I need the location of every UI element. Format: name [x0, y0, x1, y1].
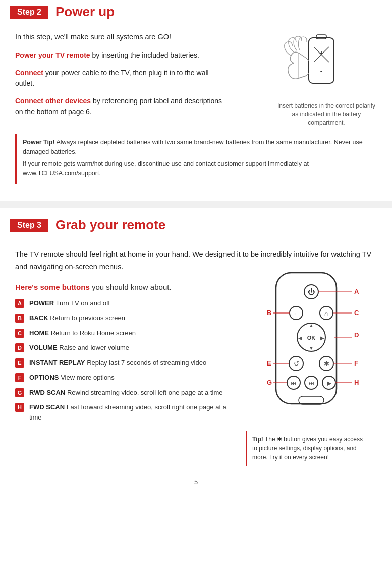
btn-text-A: Turn TV on and off — [56, 299, 110, 307]
step3-section: The TV remote should feel right at home … — [0, 237, 392, 471]
section-divider — [0, 201, 392, 208]
list-item: H FWD SCAN Fast forward streaming video,… — [15, 402, 236, 422]
btn-text-C: Return to Roku Home screen — [51, 329, 136, 337]
svg-text:H: H — [354, 379, 359, 386]
instr2-bold: Connect — [15, 69, 43, 77]
instruction-1: Power your TV remote by inserting the in… — [15, 50, 227, 61]
step2-title: Power up — [55, 4, 115, 20]
btn-key-A: POWER — [29, 299, 54, 307]
step2-text: In this step, we'll make sure all system… — [15, 33, 227, 124]
remote-svg: ⏻ A ← ⌂ B C OK ▲ ▼ — [246, 263, 377, 424]
btn-desc-A: POWER Turn TV on and off — [29, 298, 110, 308]
list-item: G RWD SCAN Rewind streaming video, scrol… — [15, 388, 236, 398]
svg-text:▲: ▲ — [309, 323, 314, 328]
tip1: Power Tip! Always replace depleted batte… — [23, 138, 371, 157]
svg-text:G: G — [267, 379, 272, 386]
list-item: B BACK Return to previous screen — [15, 313, 236, 323]
remote-illustration: ⏻ A ← ⌂ B C OK ▲ ▼ — [246, 263, 377, 466]
instruction-2: Connect your power cable to the TV, then… — [15, 68, 227, 89]
svg-text:F: F — [354, 359, 358, 367]
battery-svg: + - — [278, 33, 374, 98]
tip-bold: Tip! — [252, 436, 263, 443]
battery-caption: Insert batteries in the correct polarity… — [276, 101, 377, 127]
btn-text-D: Raise and lower volume — [59, 344, 129, 351]
battery-illustration: + - Insert batteries in the correct pola… — [276, 33, 377, 127]
svg-text:▶: ▶ — [327, 380, 332, 387]
tip-text: The ✱ button gives you easy access to pi… — [252, 436, 363, 461]
svg-text:←: ← — [293, 310, 299, 317]
step2-section: In this step, we'll make sure all system… — [0, 24, 392, 196]
btn-badge-D: D — [15, 343, 24, 352]
step3-title: Grab your remote — [55, 217, 165, 233]
buttons-section: Here's some buttons you should know abou… — [15, 283, 377, 466]
tip2: If your remote gets warm/hot during use,… — [23, 159, 371, 178]
step2-badge: Step 2 — [10, 6, 48, 19]
btn-key-G: RWD SCAN — [29, 389, 65, 396]
btn-desc-D: VOLUME Raise and lower volume — [29, 343, 129, 353]
btn-key-F: OPTIONS — [29, 374, 59, 381]
btn-desc-F: OPTIONS View more options — [29, 373, 115, 383]
svg-text:▶: ▶ — [320, 335, 324, 341]
page-number: 5 — [0, 471, 392, 490]
instruction-3: Connect other devices by referencing por… — [15, 96, 227, 117]
svg-text:⏭: ⏭ — [308, 380, 314, 387]
list-item: F OPTIONS View more options — [15, 373, 236, 383]
btn-badge-C: C — [15, 329, 24, 338]
btn-badge-A: A — [15, 299, 24, 308]
btn-key-C: HOME — [29, 329, 49, 337]
buttons-list: Here's some buttons you should know abou… — [15, 283, 236, 428]
btn-desc-B: BACK Return to previous screen — [29, 313, 125, 323]
step2-header: Step 2 Power up — [0, 0, 392, 24]
tip-box-right: Tip! The ✱ button gives you easy access … — [246, 431, 372, 466]
svg-text:-: - — [320, 67, 323, 75]
svg-rect-45 — [299, 396, 324, 404]
svg-text:⏮: ⏮ — [291, 380, 297, 387]
btn-badge-H: H — [15, 403, 24, 412]
btn-key-H: FWD SCAN — [29, 403, 65, 411]
btn-text-F: View more options — [61, 374, 115, 381]
btn-badge-E: E — [15, 358, 24, 368]
tip-box: Power Tip! Always replace depleted batte… — [15, 134, 377, 184]
btn-badge-F: F — [15, 373, 24, 382]
step3-header: Step 3 Grab your remote — [0, 213, 392, 237]
svg-text:B: B — [267, 309, 271, 317]
svg-text:⌂: ⌂ — [324, 309, 328, 318]
svg-text:E: E — [267, 359, 271, 367]
svg-text:A: A — [354, 288, 359, 295]
btn-text-B: Return to previous screen — [50, 314, 125, 322]
list-item: A POWER Turn TV on and off — [15, 298, 236, 308]
buttons-header-bold: Here's some buttons — [15, 283, 90, 291]
svg-text:◀: ◀ — [298, 335, 302, 341]
instr1-rest: by inserting the included batteries. — [92, 51, 199, 59]
page-num-text: 5 — [194, 478, 198, 486]
btn-key-D: VOLUME — [29, 344, 58, 351]
svg-text:D: D — [354, 331, 359, 339]
svg-text:↺: ↺ — [294, 360, 299, 368]
btn-desc-C: HOME Return to Roku Home screen — [29, 328, 136, 338]
btn-badge-G: G — [15, 388, 24, 397]
btn-desc-H: FWD SCAN Fast forward streaming video, s… — [29, 402, 236, 422]
svg-text:OK: OK — [307, 335, 316, 341]
svg-text:✱: ✱ — [324, 360, 329, 368]
tip1-bold: Power Tip! — [23, 139, 55, 146]
btn-text-G: Rewind streaming video, scroll left one … — [67, 389, 223, 396]
instr2-rest: your power cable to the TV, then plug it… — [15, 69, 209, 87]
buttons-header: Here's some buttons you should know abou… — [15, 283, 236, 291]
svg-text:▼: ▼ — [309, 345, 314, 351]
instr3-bold: Connect other devices — [15, 97, 91, 105]
svg-rect-0 — [309, 38, 334, 83]
step2-top: In this step, we'll make sure all system… — [15, 33, 377, 127]
list-item: C HOME Return to Roku Home screen — [15, 328, 236, 338]
btn-key-B: BACK — [29, 314, 48, 322]
btn-text-E: Replay last 7 seconds of streaming video — [87, 359, 206, 367]
step3-badge: Step 3 — [10, 219, 48, 232]
svg-text:C: C — [354, 309, 359, 317]
btn-key-E: INSTANT REPLAY — [29, 359, 85, 367]
instr1-bold: Power your TV remote — [15, 51, 90, 59]
tip1-text: Always replace depleted batteries with t… — [23, 139, 363, 155]
step2-intro: In this step, we'll make sure all system… — [15, 33, 227, 41]
list-item: E INSTANT REPLAY Replay last 7 seconds o… — [15, 358, 236, 368]
list-item: D VOLUME Raise and lower volume — [15, 343, 236, 353]
svg-text:⏻: ⏻ — [308, 288, 315, 296]
buttons-header-normal: you should know about. — [92, 283, 172, 291]
